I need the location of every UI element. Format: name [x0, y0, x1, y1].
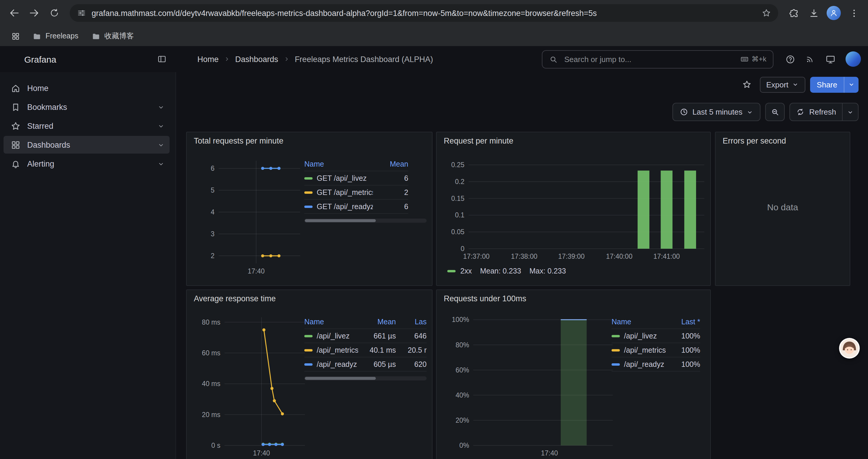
- series-name[interactable]: 2xx: [460, 267, 472, 275]
- browser-menu-button[interactable]: [844, 4, 863, 23]
- share-menu-button[interactable]: [844, 76, 859, 93]
- star-outline-icon: [742, 80, 751, 89]
- no-data-message: No data: [716, 202, 850, 212]
- panel-average-response-time[interactable]: Average response time 80 ms60 ms40 ms20 …: [186, 290, 433, 459]
- chevron-down-icon: [848, 81, 855, 88]
- series-name[interactable]: /api/_readyz: [317, 360, 357, 368]
- search-input[interactable]: [563, 54, 735, 64]
- legend-header: Name Mean Las: [304, 315, 427, 329]
- svg-text:17:40: 17:40: [248, 267, 265, 275]
- series-mean: 2: [373, 188, 408, 196]
- sidebar-item-bookmarks[interactable]: Bookmarks: [4, 98, 169, 116]
- zoom-out-time-button[interactable]: [766, 103, 785, 121]
- legend-row[interactable]: /api/_metrics 40.1 ms 20.5 r: [304, 343, 427, 357]
- profile-button[interactable]: [824, 4, 843, 23]
- legend-row[interactable]: GET /api/_livez 6: [304, 171, 408, 186]
- svg-text:0.05: 0.05: [451, 228, 464, 236]
- assistant-avatar-button[interactable]: [839, 338, 860, 359]
- share-button[interactable]: Share: [810, 76, 844, 93]
- sidebar-item-alerting[interactable]: Alerting: [4, 155, 169, 172]
- chevron-down-icon[interactable]: [157, 160, 165, 167]
- legend-row[interactable]: /api/_metrics 100%: [612, 343, 700, 357]
- refresh-button[interactable]: Refresh: [790, 103, 842, 121]
- panel-requests-under-100ms[interactable]: Requests under 100ms 100%80%60%40%20%0%1…: [436, 290, 711, 459]
- breadcrumb-home[interactable]: Home: [197, 55, 219, 64]
- panel-errors-per-second[interactable]: Errors per second No data: [715, 132, 850, 286]
- site-settings-icon[interactable]: [77, 8, 86, 18]
- legend-header-mean[interactable]: Mean: [358, 318, 396, 326]
- reload-button[interactable]: [45, 4, 64, 23]
- legend-row[interactable]: /api/_livez 661 µs 646: [304, 329, 427, 343]
- news-button[interactable]: [802, 51, 818, 67]
- legend-header-name[interactable]: Name: [304, 318, 358, 326]
- legend-header-last[interactable]: Las: [396, 318, 427, 326]
- forward-button[interactable]: [25, 4, 44, 23]
- legend-header-last[interactable]: Last *: [667, 318, 700, 326]
- legend-scrollbar[interactable]: [304, 219, 427, 223]
- legend-scrollbar[interactable]: [304, 376, 427, 381]
- refresh-interval-button[interactable]: [842, 103, 858, 121]
- bar-chart: 0.250.20.150.10.05017:37:0017:38:0017:39…: [441, 158, 710, 268]
- legend-row[interactable]: GET /api/_metrics 2: [304, 186, 408, 200]
- series-name[interactable]: GET /api/_readyz: [317, 202, 373, 210]
- series-name[interactable]: /api/_metrics: [317, 346, 358, 354]
- star-icon: [11, 121, 21, 131]
- kebab-menu-icon: [849, 8, 859, 18]
- legend-row[interactable]: /api/_readyz 100%: [612, 357, 700, 371]
- apps-grid-button[interactable]: [6, 27, 25, 45]
- panel-request-per-minute[interactable]: Request per minute 0.250.20.150.10.05017…: [436, 132, 711, 286]
- chevron-down-icon[interactable]: [157, 103, 165, 111]
- breadcrumb-dashboards[interactable]: Dashboards: [235, 55, 278, 64]
- export-button[interactable]: Export: [760, 76, 805, 93]
- search-box[interactable]: ⌘+k: [542, 50, 773, 68]
- legend-row[interactable]: /api/_readyz 605 µs 620: [304, 357, 427, 371]
- sidebar-item-label: Home: [27, 84, 49, 93]
- extensions-button[interactable]: [784, 4, 803, 23]
- series-color-dash: [447, 270, 456, 272]
- bookmark-folder-freeleaps[interactable]: Freeleaps: [27, 29, 84, 43]
- scrollbar-thumb[interactable]: [305, 219, 376, 222]
- scrollbar-thumb[interactable]: [305, 377, 376, 380]
- svg-text:0.2: 0.2: [455, 178, 464, 186]
- time-controls: Last 5 minutes Refresh: [673, 103, 859, 121]
- panel-title: Average response time: [187, 290, 432, 307]
- keyboard-icon: [740, 55, 749, 63]
- svg-text:0%: 0%: [459, 441, 469, 449]
- grafana-logo[interactable]: [8, 54, 19, 64]
- chevron-down-icon[interactable]: [157, 141, 165, 149]
- sidebar-item-starred[interactable]: Starred: [4, 117, 169, 135]
- svg-text:2: 2: [211, 252, 215, 260]
- collapse-sidebar-button[interactable]: [154, 51, 170, 67]
- legend-header-name[interactable]: Name: [304, 160, 373, 168]
- legend-header-mean[interactable]: Mean: [373, 160, 408, 168]
- series-name[interactable]: /api/_livez: [624, 332, 657, 340]
- sidebar-item-home[interactable]: Home: [4, 79, 169, 97]
- search-icon: [549, 55, 558, 64]
- series-name[interactable]: /api/_metrics: [624, 346, 666, 354]
- panel-total-requests[interactable]: Total requests per minute 6543217:40 Nam…: [186, 132, 433, 286]
- series-name[interactable]: GET /api/_metrics: [317, 188, 373, 196]
- legend-header-name[interactable]: Name: [612, 318, 667, 326]
- help-button[interactable]: [782, 51, 798, 67]
- chart-legend: 2xx Mean: 0.233 Max: 0.233: [447, 267, 566, 275]
- series-name[interactable]: /api/_readyz: [624, 360, 664, 368]
- svg-text:0.15: 0.15: [451, 195, 464, 202]
- address-bar[interactable]: grafana.mathmast.com/d/deytv4rwavabkb/fr…: [70, 4, 778, 22]
- svg-text:3: 3: [211, 230, 215, 238]
- sidebar-item-dashboards[interactable]: Dashboards: [4, 136, 169, 154]
- star-dashboard-button[interactable]: [738, 76, 755, 93]
- chevron-down-icon[interactable]: [157, 122, 165, 130]
- bookmark-star-icon[interactable]: [762, 8, 771, 18]
- breadcrumb: Home Dashboards Freeleaps Metrics Dashbo…: [197, 55, 433, 64]
- back-button[interactable]: [5, 4, 24, 23]
- legend-row[interactable]: /api/_livez 100%: [612, 329, 700, 343]
- user-avatar-button[interactable]: [845, 52, 861, 67]
- time-range-picker[interactable]: Last 5 minutes: [673, 103, 761, 121]
- series-name[interactable]: /api/_livez: [317, 332, 349, 340]
- bookmark-folder-blog[interactable]: 收藏博客: [86, 29, 139, 43]
- legend-row[interactable]: GET /api/_readyz 6: [304, 200, 408, 214]
- series-name[interactable]: GET /api/_livez: [317, 174, 367, 182]
- svg-text:80%: 80%: [456, 341, 469, 349]
- kiosk-mode-button[interactable]: [822, 51, 838, 67]
- downloads-button[interactable]: [804, 4, 823, 23]
